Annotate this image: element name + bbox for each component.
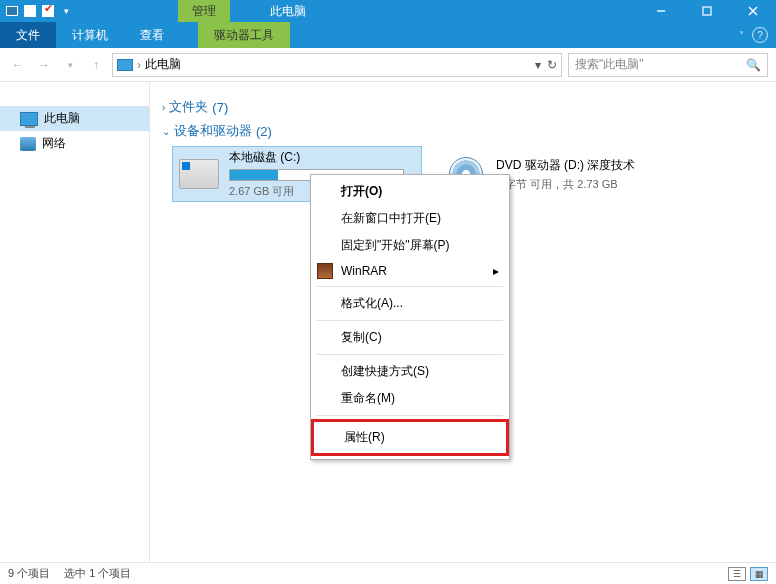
ctx-item-label: WinRAR <box>341 264 387 278</box>
navigation-bar: ← → ▾ ↑ › 此电脑 ▾ ↻ 搜索"此电脑" 🔍 <box>0 48 776 82</box>
winrar-icon <box>317 263 333 279</box>
ctx-create-shortcut[interactable]: 创建快捷方式(S) <box>311 358 509 385</box>
chevron-right-icon: › <box>162 102 165 113</box>
window-controls <box>638 0 776 22</box>
group-header-folders[interactable]: › 文件夹 (7) <box>162 98 768 116</box>
network-icon <box>20 137 36 151</box>
nav-pane: 此电脑 网络 <box>0 82 150 562</box>
group-count: (2) <box>256 124 272 139</box>
tab-computer[interactable]: 计算机 <box>56 22 124 48</box>
ctx-pin-start[interactable]: 固定到"开始"屏幕(P) <box>311 232 509 259</box>
status-bar: 9 个项目 选中 1 个项目 ☰ ▦ <box>0 562 776 584</box>
group-header-devices[interactable]: ⌄ 设备和驱动器 (2) <box>162 122 768 140</box>
view-details-icon[interactable]: ☰ <box>728 567 746 581</box>
pc-icon <box>117 59 133 71</box>
qat-dropdown-icon[interactable]: ▾ <box>58 3 74 19</box>
ctx-winrar[interactable]: WinRAR ▸ <box>311 259 509 283</box>
nav-forward-icon[interactable]: → <box>34 55 54 75</box>
ctx-separator <box>317 415 503 416</box>
ctx-rename[interactable]: 重命名(M) <box>311 385 509 412</box>
hdd-icon <box>177 154 221 194</box>
view-tiles-icon[interactable]: ▦ <box>750 567 768 581</box>
group-label: 设备和驱动器 <box>174 122 252 140</box>
minimize-button[interactable] <box>638 0 684 22</box>
system-menu-icon[interactable] <box>4 3 20 19</box>
ctx-open[interactable]: 打开(O) <box>311 178 509 205</box>
help-icon[interactable]: ? <box>752 27 768 43</box>
ctx-properties[interactable]: 属性(R) <box>314 424 506 451</box>
search-icon: 🔍 <box>746 58 761 72</box>
group-label: 文件夹 <box>169 98 208 116</box>
ctx-copy[interactable]: 复制(C) <box>311 324 509 351</box>
sidebar-item-network[interactable]: 网络 <box>0 131 149 156</box>
ribbon-tabs: 文件 计算机 查看 驱动器工具 ˅ ? <box>0 22 776 48</box>
drive-name: 本地磁盘 (C:) <box>229 149 417 166</box>
quick-access-toolbar: ✔ ▾ <box>0 3 78 19</box>
ctx-format[interactable]: 格式化(A)... <box>311 290 509 317</box>
breadcrumb-sep-icon: › <box>137 58 141 72</box>
ctx-separator <box>317 286 503 287</box>
nav-up-icon[interactable]: ↑ <box>86 55 106 75</box>
address-dropdown-icon[interactable]: ▾ <box>535 58 541 72</box>
contextual-tab-label: 管理 <box>178 0 230 22</box>
drive-name: DVD 驱动器 (D:) 深度技术 <box>496 157 686 174</box>
ctx-separator <box>317 320 503 321</box>
pc-icon <box>20 112 38 126</box>
svg-rect-1 <box>703 7 711 15</box>
maximize-button[interactable] <box>684 0 730 22</box>
ctx-separator <box>317 354 503 355</box>
tab-view[interactable]: 查看 <box>124 22 180 48</box>
group-count: (7) <box>212 100 228 115</box>
ctx-properties-highlight: 属性(R) <box>311 419 509 456</box>
ctx-open-new-window[interactable]: 在新窗口中打开(E) <box>311 205 509 232</box>
submenu-arrow-icon: ▸ <box>493 264 499 278</box>
address-bar[interactable]: › 此电脑 ▾ ↻ <box>112 53 562 77</box>
chevron-down-icon: ⌄ <box>162 126 170 137</box>
tab-drive-tools[interactable]: 驱动器工具 <box>198 22 290 48</box>
tab-file[interactable]: 文件 <box>0 22 56 48</box>
ribbon-expand-icon[interactable]: ˅ <box>739 30 744 41</box>
window-title: 此电脑 <box>270 3 306 20</box>
drive-subtext: 0 字节 可用，共 2.73 GB <box>496 177 686 192</box>
sidebar-item-this-pc[interactable]: 此电脑 <box>0 106 149 131</box>
title-bar: ✔ ▾ 管理 此电脑 <box>0 0 776 22</box>
search-input[interactable]: 搜索"此电脑" 🔍 <box>568 53 768 77</box>
search-placeholder: 搜索"此电脑" <box>575 56 644 73</box>
status-item-count: 9 个项目 <box>8 566 50 581</box>
sidebar-item-label: 此电脑 <box>44 110 80 127</box>
context-menu: 打开(O) 在新窗口中打开(E) 固定到"开始"屏幕(P) WinRAR ▸ 格… <box>310 174 510 460</box>
qat-icon-1[interactable] <box>22 3 38 19</box>
breadcrumb-location[interactable]: 此电脑 <box>145 56 181 73</box>
nav-back-icon[interactable]: ← <box>8 55 28 75</box>
nav-history-icon[interactable]: ▾ <box>60 55 80 75</box>
close-button[interactable] <box>730 0 776 22</box>
qat-icon-2[interactable]: ✔ <box>40 3 56 19</box>
sidebar-item-label: 网络 <box>42 135 66 152</box>
refresh-icon[interactable]: ↻ <box>547 58 557 72</box>
status-selected-count: 选中 1 个项目 <box>64 566 131 581</box>
